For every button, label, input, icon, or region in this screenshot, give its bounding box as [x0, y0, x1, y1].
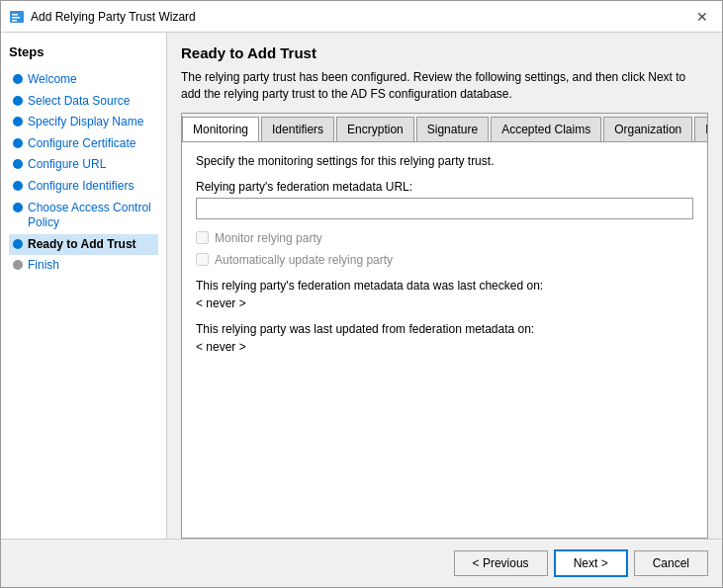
auto-update-checkbox-label: Automatically update relying party — [215, 253, 393, 267]
tab-monitoring[interactable]: Monitoring — [182, 117, 259, 142]
monitor-checkbox[interactable] — [196, 231, 209, 244]
monitor-checkbox-label: Monitor relying party — [215, 231, 322, 245]
auto-update-checkbox-row: Automatically update relying party — [196, 253, 693, 267]
previous-button[interactable]: < Previous — [454, 550, 548, 576]
tab-accepted-claims[interactable]: Accepted Claims — [491, 117, 601, 141]
tab-organization[interactable]: Organization — [603, 117, 692, 141]
title-bar-left: Add Relying Party Trust Wizard — [9, 9, 196, 25]
sidebar-dot-welcome — [13, 74, 23, 84]
sidebar-item-finish[interactable]: Finish — [9, 255, 158, 277]
last-updated-value: < never > — [196, 340, 693, 354]
sidebar-dot-ready-to-add-trust — [13, 239, 23, 249]
sidebar: Steps WelcomeSelect Data SourceSpecify D… — [1, 33, 167, 539]
monitoring-tab-content: Specify the monitoring settings for this… — [182, 142, 707, 538]
cancel-button[interactable]: Cancel — [634, 550, 708, 576]
tab-container: MonitoringIdentifiersEncryptionSignature… — [181, 113, 708, 539]
sidebar-label-configure-url: Configure URL — [28, 157, 106, 173]
sidebar-dot-finish — [13, 260, 23, 270]
intro-text: The relying party trust has been configu… — [181, 69, 708, 103]
tab-bar: MonitoringIdentifiersEncryptionSignature… — [182, 114, 707, 142]
sidebar-dot-select-data-source — [13, 96, 23, 106]
sidebar-item-select-data-source[interactable]: Select Data Source — [9, 91, 158, 113]
next-button[interactable]: Next > — [554, 549, 628, 577]
wizard-window: Add Relying Party Trust Wizard ✕ Steps W… — [0, 0, 723, 588]
svg-rect-2 — [12, 17, 20, 19]
auto-update-checkbox[interactable] — [196, 253, 209, 266]
sidebar-dot-configure-url — [13, 159, 23, 169]
sidebar-dot-configure-identifiers — [13, 181, 23, 191]
sidebar-dot-specify-display-name — [13, 117, 23, 126]
sidebar-label-configure-certificate: Configure Certificate — [28, 136, 136, 152]
tab-description: Specify the monitoring settings for this… — [196, 154, 693, 168]
sidebar-item-choose-access-control[interactable]: Choose Access Control Policy — [9, 198, 158, 234]
sidebar-label-finish: Finish — [28, 258, 59, 274]
tab-endpoints[interactable]: Endpoints — [694, 117, 707, 141]
wizard-icon — [9, 9, 25, 25]
svg-rect-1 — [12, 14, 18, 16]
sidebar-label-choose-access-control: Choose Access Control Policy — [28, 201, 154, 231]
title-bar: Add Relying Party Trust Wizard ✕ — [1, 1, 722, 33]
info-section: This relying party's federation metadata… — [196, 279, 693, 354]
sidebar-item-configure-url[interactable]: Configure URL — [9, 154, 158, 176]
sidebar-dot-choose-access-control — [13, 203, 23, 212]
tab-encryption[interactable]: Encryption — [336, 117, 414, 141]
sidebar-item-configure-certificate[interactable]: Configure Certificate — [9, 133, 158, 155]
sidebar-label-specify-display-name: Specify Display Name — [28, 115, 143, 130]
sidebar-dot-configure-certificate — [13, 138, 23, 148]
sidebar-item-welcome[interactable]: Welcome — [9, 69, 158, 91]
window-title: Add Relying Party Trust Wizard — [31, 10, 196, 24]
footer: < Previous Next > Cancel — [1, 539, 722, 587]
last-checked-label: This relying party's federation metadata… — [196, 279, 693, 293]
sidebar-item-configure-identifiers[interactable]: Configure Identifiers — [9, 176, 158, 198]
sidebar-label-configure-identifiers: Configure Identifiers — [28, 179, 134, 195]
federation-url-label: Relying party's federation metadata URL: — [196, 180, 693, 194]
federation-url-input[interactable] — [196, 198, 693, 219]
sidebar-heading: Steps — [9, 44, 158, 59]
tab-identifiers[interactable]: Identifiers — [261, 117, 334, 141]
last-updated-label: This relying party was last updated from… — [196, 322, 693, 336]
sidebar-label-ready-to-add-trust: Ready to Add Trust — [28, 237, 136, 253]
content-area: Steps WelcomeSelect Data SourceSpecify D… — [1, 33, 722, 539]
sidebar-label-welcome: Welcome — [28, 72, 77, 88]
sidebar-item-specify-display-name[interactable]: Specify Display Name — [9, 112, 158, 133]
last-checked-value: < never > — [196, 296, 693, 310]
monitor-checkbox-row: Monitor relying party — [196, 231, 693, 245]
sidebar-label-select-data-source: Select Data Source — [28, 94, 130, 110]
tab-signature[interactable]: Signature — [416, 117, 489, 141]
close-button[interactable]: ✕ — [690, 8, 714, 26]
page-title: Ready to Add Trust — [181, 44, 708, 61]
sidebar-item-ready-to-add-trust[interactable]: Ready to Add Trust — [9, 234, 158, 256]
svg-rect-3 — [12, 20, 17, 22]
main-panel: Ready to Add Trust The relying party tru… — [167, 33, 722, 539]
